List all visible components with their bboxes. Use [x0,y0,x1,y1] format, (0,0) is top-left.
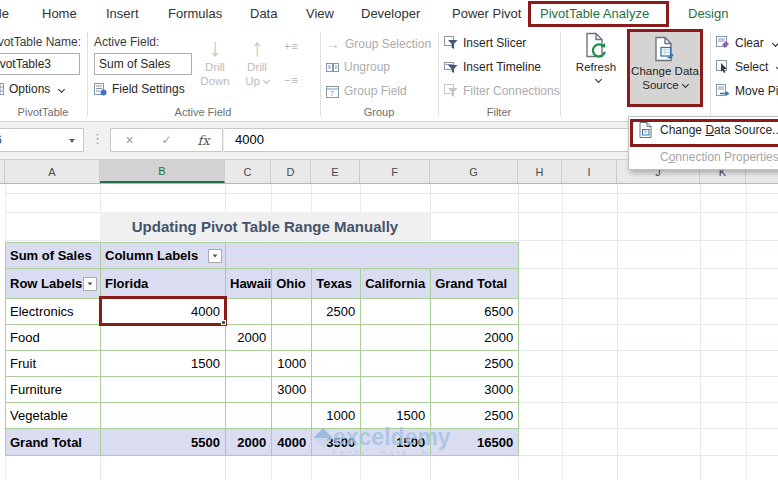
group-selection-button: → Group Selection [326,36,431,52]
svg-text:7: 7 [330,90,334,97]
column-labels-cell: Column Labels [101,248,198,263]
pivottable-name-label: PivotTable Name: [0,35,81,49]
select-cursor-icon [716,60,730,74]
tab-view[interactable]: View [306,6,334,21]
tab-data[interactable]: Data [250,6,277,21]
formula-buttons: × ✓ fx [110,128,223,152]
name-box-dropdown-icon[interactable] [69,139,75,143]
options-button[interactable]: Options [0,82,64,96]
red-highlight-box-cell [99,296,227,326]
group-selection-arrow-icon: → [326,36,340,52]
table-row: Electronics 4000 2500 6500 [6,299,519,325]
change-data-source-icon [652,36,678,62]
column-header-f[interactable]: F [360,160,430,183]
column-header-i[interactable]: I [562,160,617,183]
column-header-e[interactable]: E [311,160,360,183]
insert-timeline-button[interactable]: Insert Timeline [444,60,541,74]
group-caption-active-field: Active Field [88,106,318,118]
move-pivottable-icon [716,84,730,98]
group-caption-group: Group [322,106,436,118]
table-row: Furniture 3000 3000 [6,377,519,403]
enter-icon[interactable]: ✓ [148,133,185,147]
clear-eraser-icon [716,36,730,50]
fill-handle[interactable] [221,320,226,325]
col-header-ohio: Ohio [272,269,312,299]
pivottable-name-input[interactable]: PivotTable3 [0,53,80,75]
sheet-title: Updating Pivot Table Range Manually [100,212,430,240]
grand-total-row: Grand Total 5500 2000 4000 3500 1500 165… [6,429,519,456]
column-header-d[interactable]: D [271,160,311,183]
active-field-input[interactable]: Sum of Sales [94,53,192,75]
column-header-b[interactable]: B [100,160,225,183]
active-field-label: Active Field: [94,35,159,49]
cancel-icon[interactable]: × [111,132,148,148]
drill-down-arrow-icon: ↓ [209,34,222,60]
ungroup-button: Ungroup [326,60,390,74]
chevron-down-icon [58,85,65,92]
tab-home[interactable]: Home [42,6,77,21]
column-header-g[interactable]: G [430,160,518,183]
menu-item-connection-properties: Connection Properties [629,150,778,164]
group-field-button: 7 Group Field [326,84,407,98]
insert-function-icon[interactable]: fx [185,133,222,148]
chevron-down-icon [682,81,689,88]
chevron-down-icon [594,76,601,83]
tab-insert[interactable]: Insert [106,6,139,21]
tab-file[interactable]: File [0,6,9,21]
filter-dropdown-icon [88,282,93,285]
change-data-source-button[interactable]: Change Data Source [627,29,703,107]
red-highlight-box-menu-item [630,119,778,147]
timeline-funnel-icon [444,60,458,74]
row-labels-filter-button[interactable] [83,277,97,291]
group-caption-pivottable: PivotTable [0,106,86,118]
filter-dropdown-icon [213,254,218,257]
column-header-c[interactable]: C [225,160,271,183]
pivot-header-row-1: Sum of Sales Column Labels [6,243,519,269]
pivot-table[interactable]: Sum of Sales Column Labels Row Labels Fl… [5,242,519,456]
tab-developer[interactable]: Developer [361,6,420,21]
table-row: Food 2000 2000 [6,325,519,351]
clear-button[interactable]: Clear [716,36,778,50]
sum-of-sales-cell: Sum of Sales [6,243,101,269]
ribbon-tab-bar: File Home Insert Formulas Data View Deve… [0,0,778,28]
field-settings-button[interactable]: Field Settings [94,82,185,96]
column-header-a[interactable]: A [5,160,100,183]
filter-connections-button: Filter Connections [444,84,560,98]
row-labels-cell: Row Labels [6,276,82,291]
insert-slicer-button[interactable]: Insert Slicer [444,36,526,50]
more-dots-icon: ⋮ [91,131,104,146]
pivot-header-row-2: Row Labels Florida Hawaii Ohio Texas Cal… [6,269,519,299]
chevron-down-icon [772,39,778,46]
collapse-field-icon: −≡ [284,74,299,86]
refresh-icon [583,32,609,58]
expand-field-icon: +≡ [284,40,299,52]
field-settings-icon [94,83,107,96]
select-button[interactable]: Select [716,60,778,74]
refresh-button[interactable]: Refresh [567,32,625,82]
table-row: Fruit 1500 1000 2500 [6,351,519,377]
tab-pivottable-analyze[interactable]: PivotTable Analyze [540,6,649,21]
col-header-hawaii: Hawaii [226,269,272,299]
tab-formulas[interactable]: Formulas [168,6,222,21]
group-caption-filter: Filter [440,106,558,118]
col-header-florida: Florida [101,269,226,299]
worksheet[interactable]: Updating Pivot Table Range Manually Sum … [0,184,778,480]
drill-down-button: ↓ Drill Down [196,34,234,88]
merged-header-cell [226,243,519,269]
drill-up-arrow-icon: ↑ [251,34,264,60]
slicer-funnel-icon [444,36,458,50]
options-icon [0,83,4,95]
tab-power-pivot[interactable]: Power Pivot [452,6,521,21]
ribbon: PivotTable Name: PivotTable3 Options Piv… [0,28,778,122]
change-data-source-menu: Change Data Source... Connection Propert… [628,116,778,170]
move-pivottable-button[interactable]: Move PivotTable [716,84,778,98]
group-field-calendar-icon: 7 [326,85,339,98]
column-labels-filter-button[interactable] [208,249,222,263]
name-box[interactable]: B6 [0,128,84,152]
filter-connections-icon [444,84,458,98]
column-header-h[interactable]: H [518,160,562,183]
col-header-california: California [361,269,431,299]
tab-design[interactable]: Design [688,6,728,21]
col-header-grand-total: Grand Total [431,269,519,299]
ungroup-icon [326,61,339,74]
